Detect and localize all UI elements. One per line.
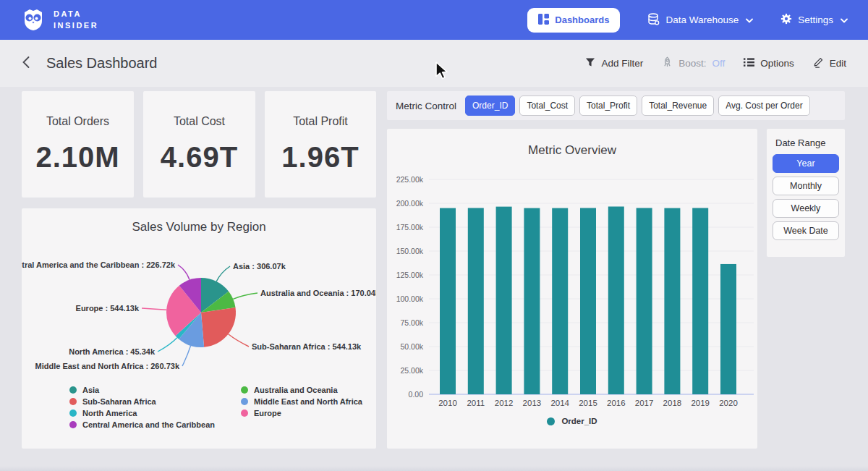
legend-dot [241, 410, 248, 417]
kpi-card-total-profit: Total Profit 1.96T [265, 91, 376, 198]
pie-label-middle-east-and-north-africa: Middle East and North Africa : 260.73k [35, 362, 180, 370]
metric-option-avg-cost-per-order[interactable]: Avg. Cost per Order [718, 96, 810, 116]
bar-2018[interactable] [664, 208, 680, 394]
legend-label: Order_ID [561, 417, 597, 425]
date-range-option-weekly[interactable]: Weekly [773, 199, 839, 218]
bar-2020[interactable] [720, 264, 736, 394]
nav-item-data-warehouse[interactable]: Data Warehouse [647, 13, 753, 27]
bar-legend-order-id[interactable]: Order_ID [387, 417, 757, 425]
pie-callout-line [229, 334, 249, 347]
action-label: Edit [830, 58, 846, 69]
metric-option-order-id[interactable]: Order_ID [465, 96, 515, 116]
top-navbar: DATA INSIDER Dashboards [0, 0, 868, 40]
metric-option-total-revenue[interactable]: Total_Revenue [642, 96, 714, 116]
bar-2011[interactable] [468, 208, 484, 394]
legend-dot [547, 417, 555, 425]
bar-2015[interactable] [580, 208, 596, 394]
legend-label: Asia [82, 386, 99, 394]
add-filter-button[interactable]: Add Filter [585, 57, 643, 69]
metric-option-total-profit[interactable]: Total_Profit [579, 96, 637, 116]
y-tick-9: 225.00k [396, 175, 424, 184]
pie-label-central-america-and-the-caribbean: Central America and the Caribbean : 226.… [22, 260, 176, 269]
bottom-shade [0, 466, 868, 471]
pie-callout-line [178, 265, 190, 280]
y-tick-8: 200.00k [396, 199, 424, 208]
x-tick-2011: 2011 [467, 399, 485, 407]
database-icon [647, 13, 660, 27]
pie-callout-line [216, 266, 230, 281]
dashboard-grid-icon [538, 14, 549, 27]
legend-dot [69, 410, 77, 417]
action-label: Options [760, 58, 794, 69]
legend-item-middle-east-and-north-africa[interactable]: Middle East and North Africa [241, 397, 362, 406]
brand-logo[interactable]: DATA INSIDER [20, 6, 98, 35]
nav-item-settings[interactable]: Settings [780, 13, 848, 27]
y-tick-7: 175.00k [396, 223, 424, 232]
bar-2019[interactable] [692, 208, 708, 394]
options-button[interactable]: Options [744, 57, 794, 69]
x-tick-2010: 2010 [438, 399, 457, 407]
owl-logo-icon [20, 6, 46, 35]
date-range-option-monthly[interactable]: Monthly [773, 177, 839, 195]
pie-label-asia: Asia : 306.07k [233, 262, 286, 271]
date-range-option-year[interactable]: Year [773, 154, 839, 173]
action-label: Add Filter [601, 58, 643, 69]
legend-item-australia-and-oceania[interactable]: Australia and Oceania [241, 386, 362, 394]
navbar-menu: Dashboards Data Warehouse [527, 8, 848, 33]
nav-item-dashboards[interactable]: Dashboards [527, 8, 620, 33]
metric-control-bar: Metric Control Order_IDTotal_CostTotal_P… [387, 91, 845, 120]
bar-2016[interactable] [608, 206, 624, 394]
pie-slice-sub-saharan-africa[interactable] [201, 307, 236, 347]
pie-callout-line [233, 293, 258, 299]
pie-legend-column: Australia and OceaniaMiddle East and Nor… [241, 386, 362, 429]
boost-toggle[interactable]: Boost: Off [662, 56, 725, 70]
pie-callout-line [158, 338, 177, 352]
pie-label-sub-saharan-africa: Sub-Saharan Africa : 544.13k [252, 342, 362, 351]
x-tick-2019: 2019 [691, 399, 710, 407]
legend-item-europe[interactable]: Europe [241, 409, 362, 417]
gear-icon [780, 13, 792, 27]
bar-chart: 0.0025.00k50.00k75.00k100.00k125.00k150.… [387, 172, 757, 411]
x-tick-2013: 2013 [523, 399, 542, 407]
legend-label: Middle East and North Africa [254, 397, 362, 406]
bar-2012[interactable] [496, 207, 512, 394]
x-tick-2016: 2016 [607, 399, 626, 407]
chevron-left-icon [22, 56, 30, 71]
page-title: Sales Dashboard [46, 55, 157, 72]
brand-name: DATA INSIDER [54, 9, 98, 32]
legend-dot [241, 398, 248, 405]
bar-2014[interactable] [552, 208, 568, 394]
legend-item-central-america-and-the-caribbean[interactable]: Central America and the Caribbean [69, 420, 215, 429]
nav-item-label: Dashboards [555, 14, 609, 25]
rocket-icon [662, 56, 673, 70]
x-tick-2012: 2012 [495, 399, 514, 407]
bar-2010[interactable] [440, 208, 456, 394]
legend-dot [69, 398, 77, 405]
legend-item-north-america[interactable]: North America [69, 409, 215, 417]
back-button[interactable] [22, 56, 30, 71]
bar-2013[interactable] [524, 208, 540, 394]
x-tick-2017: 2017 [635, 399, 654, 407]
legend-label: Australia and Oceania [254, 386, 338, 394]
kpi-card-total-orders: Total Orders 2.10M [22, 91, 134, 198]
x-tick-2015: 2015 [579, 399, 597, 407]
metric-option-total-cost[interactable]: Total_Cost [519, 96, 575, 116]
date-range-option-week-date[interactable]: Week Date [773, 221, 839, 240]
bar-2017[interactable] [637, 208, 652, 394]
y-tick-0: 0.00 [409, 390, 424, 399]
legend-item-sub-saharan-africa[interactable]: Sub-Saharan Africa [69, 397, 215, 406]
pie-label-australia-and-oceania: Australia and Oceania : 170.04k [260, 289, 376, 297]
pie-callout-line [182, 346, 191, 366]
kpi-label: Total Profit [293, 115, 348, 128]
kpi-value: 1.96T [281, 141, 359, 174]
date-range-options: YearMonthlyWeeklyWeek Date [773, 154, 839, 240]
legend-dot [69, 386, 77, 394]
pie-label-north-america: North America : 45.34k [69, 347, 156, 356]
x-tick-2020: 2020 [719, 399, 738, 407]
edit-button[interactable]: Edit [813, 56, 846, 70]
nav-item-label: Data Warehouse [665, 14, 739, 25]
legend-item-asia[interactable]: Asia [69, 386, 215, 394]
y-tick-5: 125.00k [396, 271, 424, 279]
sales-volume-panel: Sales Volume by Region Asia : 306.07kAus… [22, 208, 376, 449]
page-header: Sales Dashboard Add Filter Boost: Off [0, 40, 868, 87]
